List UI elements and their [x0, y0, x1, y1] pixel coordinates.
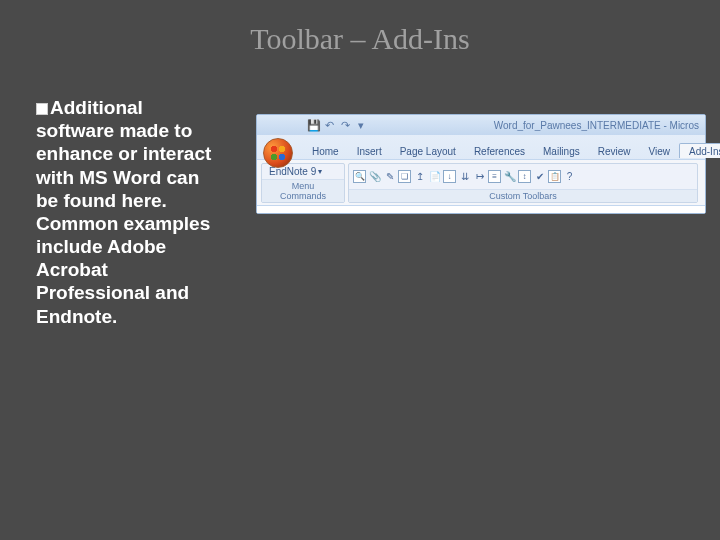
toolbar-icon-15[interactable]: ?: [563, 170, 576, 183]
toolbar-icon-11[interactable]: 🔧: [503, 170, 516, 183]
document-title: Word_for_Pawnees_INTERMEDIATE - Micros: [494, 120, 699, 131]
toolbar-icon-1[interactable]: 🔍: [353, 170, 366, 183]
undo-icon[interactable]: ↶: [323, 119, 335, 131]
ribbon-tabs: Home Insert Page Layout References Maili…: [299, 138, 720, 158]
bullet-text: Additional software made to enhance or i…: [36, 97, 211, 327]
toolbar-icon-5[interactable]: ↥: [413, 170, 426, 183]
toolbar-icon-14[interactable]: 📋: [548, 170, 561, 183]
word-titlebar: 💾 ↶ ↷ ▾ Word_for_Pawnees_INTERMEDIATE - …: [257, 115, 705, 135]
toolbar-icon-2[interactable]: 📎: [368, 170, 381, 183]
group-custom-toolbars: 🔍 📎 ✎ ❏ ↥ 📄 ↓ ⇊ ↦ ≡ 🔧 ↕ ✔ 📋: [348, 163, 698, 203]
screenshot-area: 💾 ↶ ↷ ▾ Word_for_Pawnees_INTERMEDIATE - …: [216, 96, 706, 328]
ribbon-tab-row: Home Insert Page Layout References Maili…: [257, 135, 705, 159]
tab-add-ins[interactable]: Add-Ins: [679, 143, 720, 158]
save-icon[interactable]: 💾: [307, 119, 319, 131]
tab-insert[interactable]: Insert: [348, 144, 391, 158]
toolbar-icon-7[interactable]: ↓: [443, 170, 456, 183]
word-window: 💾 ↶ ↷ ▾ Word_for_Pawnees_INTERMEDIATE - …: [256, 114, 706, 214]
office-button[interactable]: [263, 138, 293, 168]
tab-references[interactable]: References: [465, 144, 534, 158]
slide-content: Additional software made to enhance or i…: [0, 56, 720, 328]
bullet-square-icon: [36, 103, 48, 115]
toolbar-icon-4[interactable]: ❏: [398, 170, 411, 183]
ruler: [257, 205, 705, 213]
toolbar-icon-8[interactable]: ⇊: [458, 170, 471, 183]
toolbar-icon-12[interactable]: ↕: [518, 170, 531, 183]
group-label-menu: Menu Commands: [262, 179, 344, 202]
tab-view[interactable]: View: [640, 144, 680, 158]
quick-access-toolbar: 💾 ↶ ↷ ▾: [307, 119, 367, 131]
redo-icon[interactable]: ↷: [339, 119, 351, 131]
toolbar-icon-10[interactable]: ≡: [488, 170, 501, 183]
tab-review[interactable]: Review: [589, 144, 640, 158]
tab-home[interactable]: Home: [303, 144, 348, 158]
toolbar-icon-9[interactable]: ↦: [473, 170, 486, 183]
slide-title: Toolbar – Add-Ins: [0, 0, 720, 56]
toolbar-icon-13[interactable]: ✔: [533, 170, 546, 183]
ribbon-body: EndNote 9 ▾ Menu Commands 🔍 📎 ✎ ❏ ↥ 📄: [257, 159, 705, 205]
toolbar-icon-6[interactable]: 📄: [428, 170, 441, 183]
bullet-paragraph: Additional software made to enhance or i…: [36, 96, 216, 328]
group-label-custom: Custom Toolbars: [349, 189, 697, 202]
tab-page-layout[interactable]: Page Layout: [391, 144, 465, 158]
qat-more-icon[interactable]: ▾: [355, 119, 367, 131]
toolbar-icon-3[interactable]: ✎: [383, 170, 396, 183]
group-menu-commands: EndNote 9 ▾ Menu Commands: [261, 163, 345, 203]
dropdown-icon: ▾: [318, 167, 322, 176]
tab-mailings[interactable]: Mailings: [534, 144, 589, 158]
